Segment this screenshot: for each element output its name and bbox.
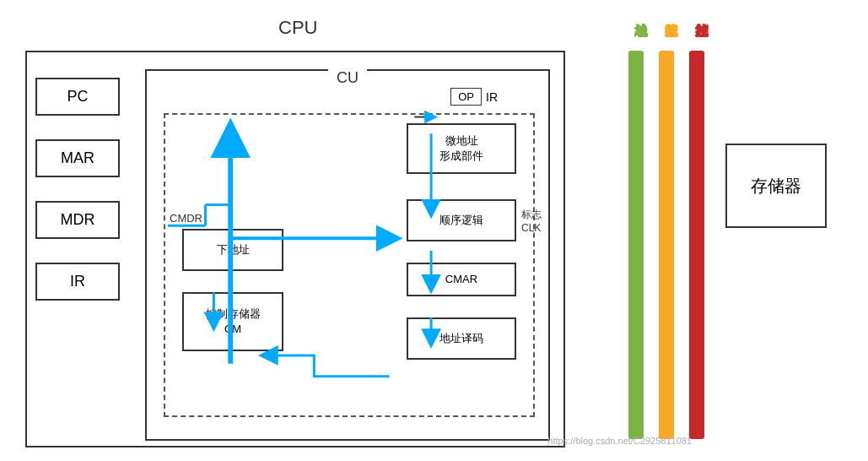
addr-decode-block: 地址译码 xyxy=(407,317,516,360)
main-container: CPU PC MAR MDR IR CU OP IR 微地址 形 xyxy=(8,8,835,453)
cu-box: CU OP IR 微地址 形成部件 顺序逻辑 C xyxy=(145,69,550,441)
bus-bars xyxy=(628,51,704,456)
cu-label: CU xyxy=(328,69,367,87)
data-bus-bar xyxy=(659,51,674,439)
memory-box: 存储器 xyxy=(725,144,827,228)
register-mdr: MDR xyxy=(35,201,120,239)
control-bus-bar xyxy=(689,51,704,439)
register-mar: MAR xyxy=(35,139,120,177)
control-mem-label2: CM xyxy=(224,322,241,337)
register-ir: IR xyxy=(35,263,120,301)
inner-dashed-box: 微地址 形成部件 顺序逻辑 CMAR 地址译码 CMDR xyxy=(164,113,535,417)
ir-op-box: OP xyxy=(450,88,482,106)
cpu-box: PC MAR MDR IR CU OP IR 微地址 形成部件 xyxy=(25,51,565,447)
control-mem-block: 控制存储器 CM xyxy=(182,292,283,351)
register-pc: PC xyxy=(35,78,120,116)
seq-logic-label: 顺序逻辑 xyxy=(439,213,483,228)
micro-addr-label2: 形成部件 xyxy=(439,149,483,164)
cpu-label: CPU xyxy=(278,17,317,39)
address-bus-bar xyxy=(628,51,644,439)
ir-label: IR xyxy=(486,90,498,104)
clk-label: CLK xyxy=(521,222,542,234)
ir-top: OP IR xyxy=(450,88,498,106)
flag-clk-label: 标志 CLK xyxy=(521,208,542,234)
lower-addr-label: 下地址 xyxy=(217,242,250,258)
registers-panel: PC MAR MDR IR xyxy=(35,78,137,301)
micro-addr-block: 微地址 形成部件 xyxy=(407,123,516,174)
addr-decode-label: 地址译码 xyxy=(439,331,483,346)
flag-label: 标志 xyxy=(521,208,542,222)
watermark: https://blog.csdn.net/C2925811081 xyxy=(547,436,692,446)
cmar-block: CMAR xyxy=(407,263,516,296)
micro-addr-label: 微地址 xyxy=(445,133,478,149)
cmar-label: CMAR xyxy=(445,272,477,287)
seq-logic-block: 顺序逻辑 xyxy=(407,199,516,241)
cmdr-label: CMDR xyxy=(170,212,202,225)
control-mem-label1: 控制存储器 xyxy=(206,306,261,322)
lower-addr-block: 下地址 xyxy=(182,229,283,271)
